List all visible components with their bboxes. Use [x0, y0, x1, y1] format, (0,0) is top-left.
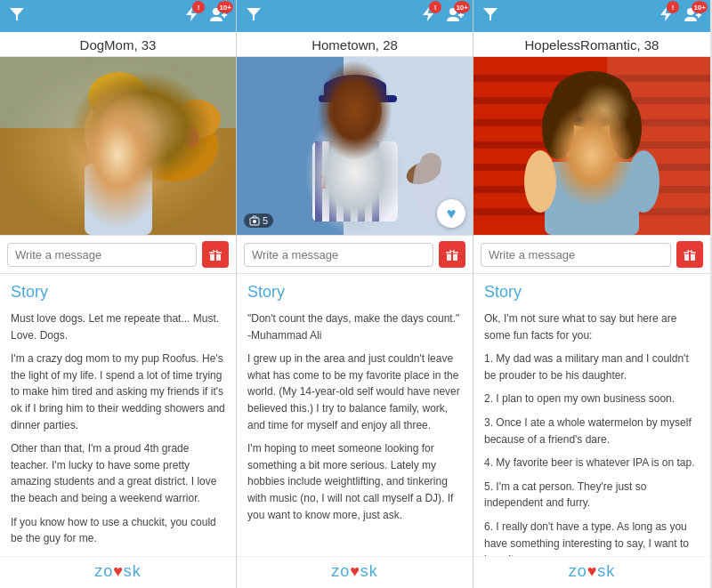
- boost-icon[interactable]: !: [659, 6, 673, 26]
- story-paragraph: I grew up in the area and just couldn't …: [247, 350, 462, 433]
- notification-badge-connections: 10+: [217, 1, 233, 13]
- svg-point-69: [578, 117, 583, 123]
- story-paragraph: 4. My favorite beer is whatever IPA is o…: [484, 455, 700, 471]
- filter-icon[interactable]: [9, 6, 25, 27]
- svg-point-14: [108, 109, 113, 115]
- story-paragraph: 1. My dad was a military man and I could…: [484, 350, 700, 383]
- notification-badge-connections: 10+: [692, 1, 708, 13]
- story-paragraph: Other than that, I'm a proud 4th grade t…: [11, 440, 225, 506]
- message-bar: [237, 235, 473, 274]
- profile-photo[interactable]: Twins 5 ♥: [237, 57, 473, 235]
- photo-count-badge: 5: [244, 213, 273, 228]
- svg-rect-6: [0, 57, 236, 235]
- message-input[interactable]: [481, 243, 671, 267]
- svg-point-29: [328, 79, 382, 141]
- message-input[interactable]: [7, 243, 197, 267]
- svg-rect-33: [344, 141, 351, 222]
- story-text: Ok, I'm not sure what to say but here ar…: [484, 310, 700, 556]
- svg-rect-32: [329, 141, 336, 222]
- svg-point-66: [610, 97, 642, 159]
- add-connection-icon[interactable]: 10+: [209, 6, 227, 26]
- svg-rect-7: [0, 57, 236, 128]
- story-paragraph: I'm hoping to meet someone looking for s…: [247, 440, 462, 523]
- svg-point-11: [129, 110, 218, 181]
- story-area: Story"Don't count the days, make the day…: [237, 274, 473, 556]
- svg-point-63: [554, 81, 629, 166]
- svg-rect-62: [607, 57, 710, 235]
- add-connection-icon[interactable]: 10+: [684, 6, 701, 26]
- profile-card-2: ! 10+Hometown, 28: [237, 0, 473, 588]
- profile-name: HopelessRomantic, 38: [473, 32, 710, 57]
- svg-rect-31: [315, 141, 322, 222]
- profile-photo[interactable]: [0, 57, 236, 235]
- svg-point-12: [171, 100, 221, 139]
- boost-icon[interactable]: !: [421, 6, 435, 26]
- story-paragraph: 2. I plan to open my own business soon.: [484, 391, 700, 407]
- svg-point-40: [403, 157, 444, 189]
- notification-badge-connections: 10+: [454, 1, 470, 13]
- boost-icon[interactable]: !: [184, 6, 198, 26]
- svg-rect-35: [372, 141, 379, 222]
- svg-rect-77: [684, 253, 696, 254]
- svg-point-70: [601, 117, 606, 123]
- story-paragraph: If you know how to use a chuckit, you co…: [11, 514, 225, 547]
- story-text: "Don't count the days, make the days cou…: [247, 310, 462, 523]
- message-input[interactable]: [244, 243, 433, 267]
- profile-card-1: ! 10+DogMom, 33: [0, 0, 237, 588]
- story-paragraph: 6. I really don't have a type. As long a…: [484, 519, 700, 556]
- svg-rect-59: [473, 164, 710, 171]
- profile-card-3: ! 10+HopelessRomantic, 38: [473, 0, 710, 588]
- svg-point-67: [575, 117, 586, 125]
- zoosk-footer: zo♥sk: [473, 556, 710, 588]
- svg-point-9: [93, 79, 143, 133]
- svg-point-37: [324, 75, 386, 101]
- svg-rect-56: [473, 97, 710, 104]
- story-paragraph: 5. I'm a cat person. They're just so ind…: [484, 479, 700, 511]
- story-paragraph: 3. Once I ate a whole watermelon by myse…: [484, 415, 700, 447]
- svg-marker-0: [10, 8, 24, 20]
- svg-rect-39: [319, 95, 397, 102]
- story-area: StoryOk, I'm not sure what to say but he…: [473, 274, 710, 556]
- story-text: Must love dogs. Let me repeate that... M…: [11, 310, 225, 547]
- svg-point-15: [124, 109, 129, 115]
- like-heart-button[interactable]: ♥: [437, 199, 465, 228]
- notification-badge-boost: !: [429, 1, 441, 13]
- zoosk-heart: ♥: [587, 562, 598, 580]
- message-bar: [473, 235, 710, 274]
- zoosk-footer: zo♥sk: [0, 556, 236, 588]
- svg-point-41: [420, 153, 441, 174]
- svg-point-16: [184, 126, 198, 148]
- top-bar-right-icons: ! 10+: [659, 6, 701, 26]
- story-title: Story: [247, 283, 462, 302]
- story-title: Story: [11, 283, 225, 302]
- svg-rect-13: [85, 164, 152, 235]
- gift-button[interactable]: [202, 241, 229, 268]
- filter-icon[interactable]: [246, 6, 262, 27]
- top-bar: ! 10+: [473, 0, 710, 32]
- story-paragraph: I'm a crazy dog mom to my pup Roofus. He…: [11, 350, 225, 433]
- top-bar-right-icons: ! 10+: [184, 6, 227, 26]
- svg-rect-20: [209, 253, 222, 254]
- svg-rect-71: [545, 162, 639, 235]
- gift-button[interactable]: [439, 241, 465, 268]
- zoosk-logo: zo♥sk: [0, 562, 236, 581]
- svg-rect-48: [446, 253, 458, 254]
- svg-point-72: [524, 150, 556, 213]
- svg-point-10: [88, 72, 149, 122]
- svg-point-8: [85, 93, 152, 173]
- svg-marker-49: [483, 8, 498, 20]
- gift-button[interactable]: [676, 241, 703, 268]
- svg-point-44: [253, 220, 256, 223]
- svg-rect-54: [473, 57, 710, 235]
- zoosk-heart: ♥: [350, 562, 360, 580]
- svg-rect-30: [312, 141, 398, 222]
- svg-text:Twins: Twins: [319, 171, 367, 193]
- zoosk-logo: zo♥sk: [473, 562, 710, 581]
- svg-marker-21: [247, 8, 261, 20]
- zoosk-footer: zo♥sk: [237, 556, 473, 588]
- photo-count-overlay: 5: [244, 213, 273, 228]
- filter-icon[interactable]: [482, 6, 498, 27]
- add-connection-icon[interactable]: 10+: [446, 6, 464, 26]
- svg-rect-38: [324, 82, 386, 100]
- profile-photo[interactable]: [473, 57, 710, 235]
